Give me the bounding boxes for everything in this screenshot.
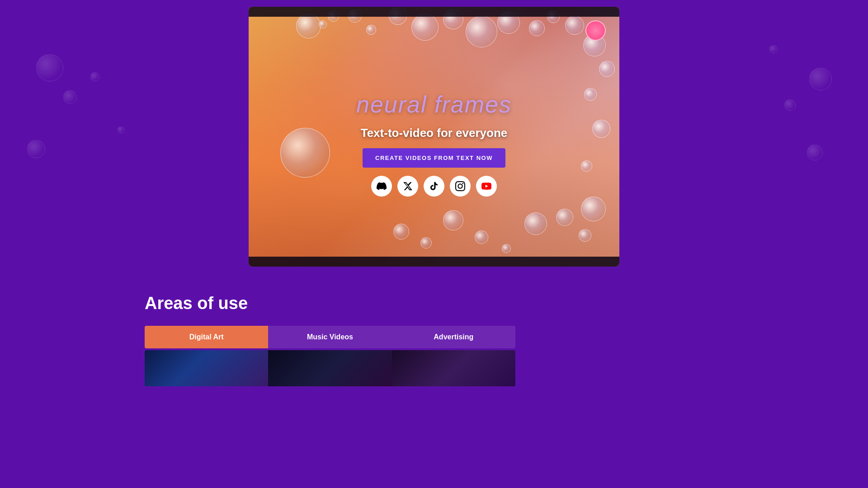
preview-segment-1: [145, 350, 268, 386]
tab-digital-art[interactable]: Digital Art: [145, 326, 268, 348]
social-icons-row: [371, 176, 497, 197]
tiktok-icon: [429, 181, 439, 191]
hero-image-container: neural frames Text-to-video for everyone…: [249, 7, 619, 267]
areas-container: Areas of use Digital Art Music Videos Ad…: [0, 294, 868, 386]
preview-strip: [145, 350, 515, 386]
youtube-icon: [481, 181, 491, 191]
tiktok-icon-button[interactable]: [424, 176, 444, 197]
youtube-icon-button[interactable]: [476, 176, 497, 197]
twitter-icon-button[interactable]: [397, 176, 418, 197]
areas-tabs-row: Digital Art Music Videos Advertising: [145, 326, 515, 348]
discord-icon-button[interactable]: [371, 176, 392, 197]
tab-music-videos[interactable]: Music Videos: [268, 326, 392, 348]
create-videos-button[interactable]: CREATE VIDEOS FROM TEXT NOW: [363, 148, 505, 168]
discord-icon: [377, 181, 387, 191]
tab-advertising[interactable]: Advertising: [392, 326, 515, 348]
areas-title: Areas of use: [145, 294, 868, 313]
hero-tagline: Text-to-video for everyone: [361, 126, 508, 140]
instagram-icon-button[interactable]: [450, 176, 471, 197]
instagram-icon: [455, 181, 465, 191]
areas-of-use-section: Areas of use Digital Art Music Videos Ad…: [0, 267, 868, 386]
twitter-icon: [403, 181, 413, 191]
hero-section: neural frames Text-to-video for everyone…: [0, 0, 868, 267]
preview-segment-2: [268, 350, 392, 386]
brand-logo: neural frames: [356, 91, 512, 118]
hero-content: neural frames Text-to-video for everyone…: [249, 7, 619, 267]
preview-segment-3: [392, 350, 515, 386]
